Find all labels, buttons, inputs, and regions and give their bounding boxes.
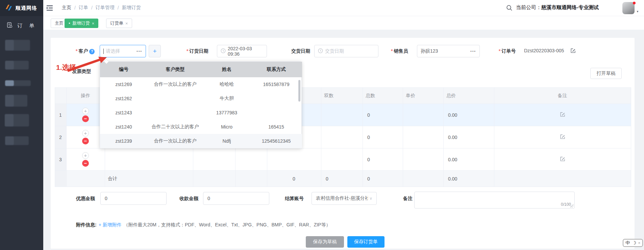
- delivery-date-input[interactable]: 交货日期: [314, 45, 378, 57]
- search-icon[interactable]: [506, 5, 513, 12]
- sidebar-item-orders[interactable]: 订 单: [0, 20, 43, 32]
- received-input[interactable]: 0: [203, 192, 269, 205]
- remark-textarea[interactable]: 0/100: [414, 192, 575, 209]
- breadcrumb-home[interactable]: 主页: [62, 5, 71, 11]
- dd-col-code: 编号: [100, 62, 147, 77]
- breadcrumb-order-management[interactable]: 订单管理: [96, 5, 115, 11]
- save-draft-button[interactable]: 保存为草稿: [306, 236, 344, 248]
- char-counter: 0/100: [561, 202, 571, 207]
- col-shuangshu: 双数: [321, 88, 363, 104]
- customer-more-icon[interactable]: ···: [137, 49, 142, 54]
- clock-icon: [221, 48, 226, 54]
- close-tab-icon[interactable]: ×: [92, 21, 95, 26]
- order-no-value: Dzst20220303-005: [524, 48, 564, 53]
- annotation-step-text: 1.选择: [56, 63, 76, 72]
- breadcrumb-separator: /: [74, 5, 76, 10]
- order-doc-icon: [7, 22, 13, 29]
- add-row-icon[interactable]: +: [82, 152, 89, 159]
- moon-icon[interactable]: ☽: [632, 240, 637, 246]
- circle-icon[interactable]: ○: [638, 241, 640, 245]
- cell-zongshu: 0: [363, 148, 403, 171]
- settle-account-select[interactable]: 农村信用合作社-慈溪分社 ∨: [312, 192, 377, 205]
- breadcrumb-orders[interactable]: 订单: [79, 5, 88, 11]
- close-tab-icon[interactable]: ×: [125, 21, 128, 26]
- dropdown-option-row[interactable]: zst1240合作二十次以上的客户 Micro165415: [100, 120, 302, 134]
- sidebar-skeleton-item: [5, 95, 27, 107]
- salesman-label: *销售员: [391, 45, 408, 57]
- sidebar-skeleton-item: [5, 80, 31, 86]
- required-asterisk: *: [391, 48, 393, 54]
- required-asterisk: *: [76, 48, 77, 54]
- discount-value: 0: [105, 196, 107, 201]
- tab-order-form[interactable]: 订货单 ×: [106, 19, 132, 28]
- sidebar-item-label: 订 单: [17, 23, 37, 29]
- discount-label: 优惠金额: [76, 192, 95, 205]
- avatar[interactable]: [622, 2, 635, 14]
- company-name: 慈溪市顺通网络-专业测试: [541, 4, 599, 10]
- add-attachment-link[interactable]: + 新增附件: [99, 222, 122, 228]
- ime-widget[interactable]: 中 ☽ ○: [623, 239, 643, 247]
- order-date-value: 2022-03-03 09:36: [228, 46, 263, 57]
- settle-account-value: 农村信用合作社-慈溪分社: [316, 195, 368, 201]
- dd-col-type: 客户类型: [147, 62, 203, 77]
- table-footer-row: 合计 0 0 0 0.00: [55, 171, 631, 187]
- salesman-input[interactable]: 孙膑123 ···: [417, 45, 480, 57]
- resize-grip[interactable]: [570, 204, 574, 207]
- order-no-label: *订单号: [499, 45, 516, 57]
- customer-input[interactable]: 请选择 ···: [100, 45, 146, 57]
- avatar-caret-down-icon[interactable]: ▼: [636, 10, 639, 13]
- dropdown-scrollbar[interactable]: [298, 80, 300, 102]
- tab-label: 主页: [55, 20, 64, 26]
- ime-lang-indicator[interactable]: 中: [625, 240, 630, 246]
- edit-remark-icon[interactable]: [560, 156, 565, 162]
- order-date-label: *订货日期: [187, 45, 208, 57]
- sidebar-skeleton-item: [5, 61, 29, 70]
- cell-zongjia: 0.00: [444, 104, 494, 126]
- edit-order-no-icon[interactable]: [570, 48, 576, 53]
- dropdown-header-row: 编号 客户类型 姓名 联系方式: [100, 62, 302, 77]
- breadcrumb-new-order[interactable]: 新增订货: [122, 5, 141, 11]
- help-icon[interactable]: ?: [89, 49, 95, 54]
- salesman-value: 孙膑123: [421, 48, 438, 54]
- total-zongjia: 0.00: [444, 171, 494, 187]
- dropdown-option-row[interactable]: zst1262 牛大胆: [100, 91, 302, 106]
- row-index: 2: [55, 126, 67, 148]
- col-op: 操作: [67, 88, 105, 104]
- discount-input[interactable]: 0: [100, 192, 167, 205]
- sidebar-skeleton-item: [5, 114, 29, 127]
- collapse-menu-icon[interactable]: [47, 5, 53, 12]
- order-date-input[interactable]: 2022-03-03 09:36: [217, 45, 267, 57]
- tab-new-order[interactable]: ● 新增订货 ×: [65, 19, 98, 28]
- dropdown-option-row[interactable]: zst1239合作一次以上的客户 Ndfj12545612345: [100, 134, 302, 148]
- customer-placeholder: 请选择: [106, 48, 120, 54]
- remove-row-icon[interactable]: −: [82, 115, 89, 122]
- sidebar-skeleton-item: [5, 40, 30, 51]
- total-shuangshu: 0: [321, 171, 363, 187]
- edit-remark-icon[interactable]: [560, 134, 565, 139]
- remove-row-icon[interactable]: −: [82, 160, 89, 167]
- app-window: 顺通网络 订 单 主页 / 订单 / 订单管理 /: [0, 0, 644, 250]
- remove-row-icon[interactable]: −: [82, 138, 89, 144]
- breadcrumb-separator: /: [91, 5, 93, 10]
- add-customer-button[interactable]: +: [149, 45, 161, 57]
- remark-label: 备注: [403, 192, 413, 205]
- attachment-hint: （附件最大20M，支持格式：PDF、Word、Excel、Txt、JPG、PNG…: [124, 222, 331, 228]
- tab-bar: [43, 16, 644, 30]
- total-zongshu: 0: [363, 171, 403, 187]
- required-asterisk: *: [499, 48, 500, 54]
- delivery-date-label: 交货日期: [291, 45, 310, 57]
- tab-label: 新增订货: [72, 20, 90, 26]
- dropdown-option-row[interactable]: zst1243 13777983: [100, 106, 302, 120]
- dropdown-option-row[interactable]: zst1269合作一次以上的客户 哈哈哈1651587879: [100, 77, 302, 91]
- edit-remark-icon[interactable]: [560, 112, 565, 117]
- open-draft-button[interactable]: 打开草稿: [590, 68, 622, 79]
- save-order-button[interactable]: 保存订货单: [347, 236, 385, 248]
- col-beizhu: 备注: [494, 88, 631, 104]
- app-logo[interactable]: 顺通网络: [0, 0, 43, 16]
- add-row-icon[interactable]: +: [82, 130, 89, 137]
- salesman-more-icon[interactable]: ···: [470, 49, 476, 54]
- dd-col-name: 姓名: [203, 62, 250, 77]
- select-caret-icon: ∨: [369, 196, 372, 201]
- cell-zongjia: 0.00: [444, 148, 494, 171]
- add-row-icon[interactable]: +: [82, 108, 89, 114]
